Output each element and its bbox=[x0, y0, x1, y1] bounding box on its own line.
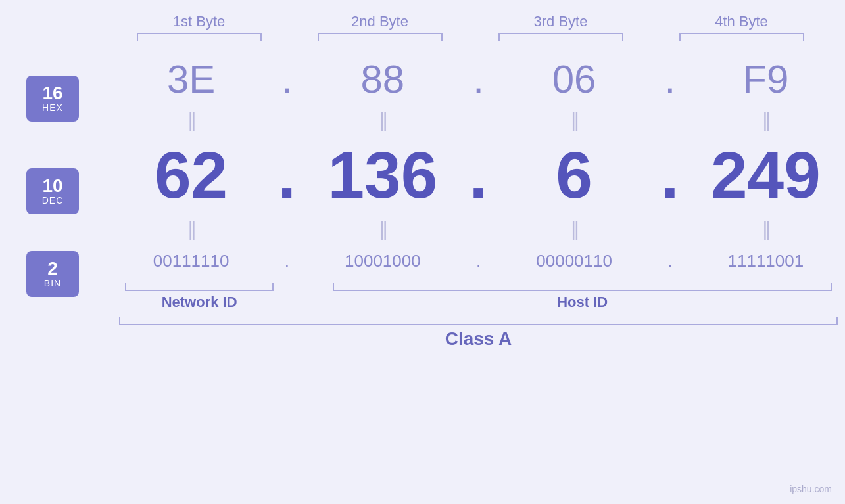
eq-row-1: || || || || bbox=[112, 108, 845, 132]
dec-badge: 10 DEC bbox=[26, 168, 79, 214]
hex-dot-1: . bbox=[270, 57, 303, 102]
bin-badge-number: 2 bbox=[47, 260, 58, 278]
eq-2-3: || bbox=[495, 218, 654, 241]
hex-row: 3E . 88 . 06 . F9 bbox=[112, 49, 845, 108]
eq-2-4: || bbox=[687, 218, 845, 241]
eq-row-2: || || || || bbox=[112, 218, 845, 241]
eq-2-1: || bbox=[112, 218, 270, 241]
dec-val-4: 249 bbox=[687, 137, 845, 213]
hex-dot-3: . bbox=[654, 57, 687, 102]
bracket-top-4 bbox=[679, 33, 804, 41]
class-label: Class A bbox=[445, 329, 512, 350]
byte-label-3: 3rd Byte bbox=[495, 13, 627, 30]
hex-badge-number: 16 bbox=[42, 84, 62, 103]
right-content: 3E . 88 . 06 . F9 || || || || 62 bbox=[112, 49, 845, 350]
main-container: 1st Byte 2nd Byte 3rd Byte 4th Byte 16 H… bbox=[0, 0, 845, 504]
bin-badge: 2 BIN bbox=[26, 251, 79, 297]
bracket-top-1 bbox=[137, 33, 262, 41]
bin-dot-3: . bbox=[654, 251, 687, 271]
hex-badge: 16 HEX bbox=[26, 76, 79, 122]
bracket-bottom-network bbox=[125, 283, 274, 291]
bin-dot-1: . bbox=[270, 251, 303, 271]
left-badges: 16 HEX 10 DEC 2 BIN bbox=[26, 49, 112, 350]
dec-val-3: 6 bbox=[495, 137, 654, 213]
dec-badge-name: DEC bbox=[42, 195, 64, 206]
network-host-labels: Network ID Host ID bbox=[112, 294, 845, 311]
dec-badge-number: 10 bbox=[42, 177, 62, 195]
dec-dot-3: . bbox=[654, 137, 687, 213]
bin-val-3: 00000110 bbox=[495, 251, 654, 271]
class-bracket bbox=[119, 317, 838, 325]
bracket-top-2 bbox=[318, 33, 443, 41]
byte-label-4: 4th Byte bbox=[676, 13, 808, 30]
hex-val-4: F9 bbox=[687, 57, 845, 102]
bracket-top-3 bbox=[498, 33, 623, 41]
byte-label-2: 2nd Byte bbox=[314, 13, 446, 30]
bin-val-4: 11111001 bbox=[687, 251, 845, 271]
host-id-label: Host ID bbox=[557, 294, 608, 310]
hex-dot-2: . bbox=[462, 57, 495, 102]
byte-label-1: 1st Byte bbox=[133, 13, 265, 30]
dec-val-2: 136 bbox=[303, 137, 462, 213]
eq-1-4: || bbox=[687, 109, 845, 131]
network-id-label: Network ID bbox=[162, 294, 237, 310]
dec-dot-1: . bbox=[270, 137, 303, 213]
hex-badge-name: HEX bbox=[42, 103, 63, 113]
bin-row: 00111110 . 10001000 . 00000110 . 1111100… bbox=[112, 241, 845, 281]
dec-row: 62 . 136 . 6 . 249 bbox=[112, 132, 845, 218]
class-section: Class A bbox=[112, 317, 845, 350]
dec-val-1: 62 bbox=[112, 137, 270, 213]
bracket-bottom-host bbox=[333, 283, 832, 291]
bin-badge-name: BIN bbox=[44, 278, 61, 288]
bin-val-2: 10001000 bbox=[303, 251, 462, 271]
eq-1-3: || bbox=[495, 109, 654, 131]
hex-val-3: 06 bbox=[495, 57, 654, 102]
hex-val-1: 3E bbox=[112, 57, 270, 102]
eq-1-1: || bbox=[112, 109, 270, 131]
eq-1-2: || bbox=[303, 109, 462, 131]
dec-dot-2: . bbox=[462, 137, 495, 213]
watermark: ipshu.com bbox=[790, 484, 832, 494]
eq-2-2: || bbox=[303, 218, 462, 241]
bottom-brackets-row bbox=[112, 283, 845, 291]
bin-val-1: 00111110 bbox=[112, 251, 270, 271]
hex-val-2: 88 bbox=[303, 57, 462, 102]
bin-dot-2: . bbox=[462, 251, 495, 271]
value-rows: 16 HEX 10 DEC 2 BIN bbox=[0, 49, 845, 350]
